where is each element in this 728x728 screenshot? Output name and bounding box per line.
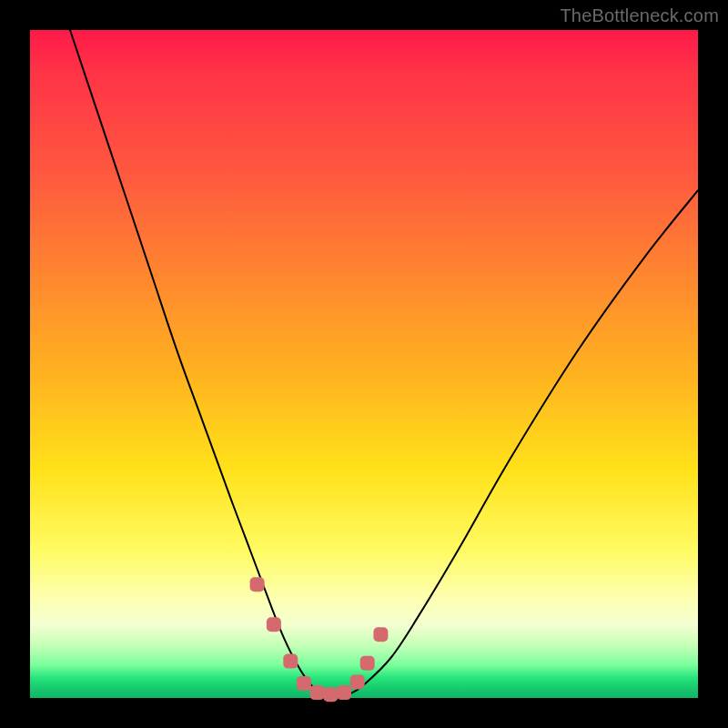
marker xyxy=(360,656,375,671)
chart-frame: TheBottleneck.com xyxy=(0,0,728,728)
watermark: TheBottleneck.com xyxy=(560,5,719,26)
bottleneck-markers xyxy=(250,577,389,702)
marker xyxy=(297,676,311,691)
marker xyxy=(323,687,338,702)
bottleneck-curve xyxy=(70,30,698,695)
marker xyxy=(350,674,365,689)
chart-overlay xyxy=(30,30,698,698)
marker xyxy=(267,617,281,632)
marker xyxy=(283,654,298,669)
marker xyxy=(250,577,265,592)
marker xyxy=(373,627,388,642)
marker xyxy=(337,685,351,700)
marker xyxy=(310,685,325,700)
